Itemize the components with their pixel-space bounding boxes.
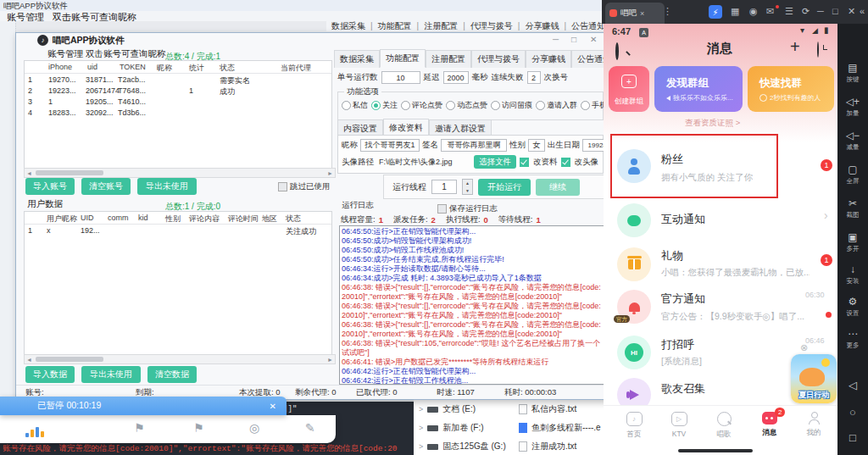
col-header-status[interactable]: 状态 [220, 63, 235, 74]
minimize-icon[interactable]: ─ [817, 6, 824, 16]
quick-find-group-card[interactable]: 快速找群 2秒找到有趣的人 [748, 66, 834, 112]
col-header-status[interactable]: 状态 [286, 214, 301, 225]
nav-home[interactable]: ♪ 首页 [619, 412, 649, 440]
radio-invite-group[interactable] [536, 101, 545, 110]
sidebar-item-fullscreen[interactable]: ▢ 全屏 [837, 164, 868, 186]
message-item-official[interactable]: 官方 官方通知 官方公告：【9.9秒变歌手◎】唱了... 06:30 [604, 286, 837, 330]
scroll-thumb[interactable] [36, 170, 103, 175]
radio-visit-trace[interactable] [491, 101, 500, 110]
clear-data-button[interactable]: 清空数据 [147, 366, 197, 383]
accounts-table[interactable]: iPhone uid TOKEN 昵称 统计 状态 当前代理 1 19270..… [24, 60, 332, 169]
accounts-hscrollbar[interactable]: ◄ ► [24, 168, 336, 178]
run-count-input[interactable]: 10 [381, 71, 420, 84]
users-table[interactable]: 用户昵称 UID comm kid 性别 评论内容 评论时间 地区 状态 1 x… [24, 211, 332, 355]
drive-label[interactable]: 新加卷 (F:) [442, 422, 483, 434]
radio-post-like[interactable] [446, 101, 455, 110]
bg-tab-proxy[interactable]: 代理与拨号 [465, 20, 518, 31]
radio-label[interactable]: 私信 [353, 100, 368, 111]
skip-used-checkbox[interactable]: 跳过已使用 [278, 181, 331, 192]
sidebar-item-settings[interactable]: ⚙ 设置 [837, 297, 868, 318]
table-row[interactable]: 3 1 19205... T4610... [25, 97, 331, 108]
col-header-uid[interactable]: uid [87, 63, 97, 71]
activity-sticker[interactable]: 夏日行动 [791, 354, 837, 403]
radio-comment-like[interactable] [401, 101, 410, 110]
drive-row[interactable]: > 文档 (E:) [419, 403, 476, 415]
boost-icon[interactable]: ⚡ [709, 5, 722, 19]
scroll-right-icon[interactable]: ► [327, 170, 333, 176]
create-group-card[interactable]: 创建群组 [609, 66, 649, 112]
sidebar-item-multi-instance[interactable]: ▣ 多开 [837, 232, 868, 253]
radio-label[interactable]: 动态点赞 [457, 100, 487, 111]
nav-ktv[interactable]: ▷ KTV [664, 412, 694, 438]
chart-tool-icon[interactable] [25, 422, 46, 437]
android-back-button[interactable]: ◁ [837, 380, 868, 391]
fail-input[interactable]: 2 [527, 71, 541, 84]
sidebar-collapse-icon[interactable]: « [860, 6, 865, 16]
stepper-up-icon[interactable]: ▲ [465, 180, 470, 186]
android-home-button[interactable]: ○ [837, 407, 868, 418]
sticker-close-icon[interactable]: ⊗ [800, 342, 808, 353]
scroll-left-icon[interactable]: ◄ [26, 170, 32, 176]
file-label[interactable]: 私信内容.txt [531, 403, 576, 415]
nav-profile[interactable]: 我的 [798, 412, 829, 438]
recorder-close-button[interactable]: ✕ [270, 402, 276, 411]
chevron-right-icon[interactable]: > [419, 442, 423, 451]
save-log-checkbox[interactable]: 保存运行日志 [437, 203, 498, 214]
mail-icon[interactable]: ✉ [766, 6, 774, 17]
apps-grid-icon[interactable]: ▦ [731, 6, 739, 17]
search-icon[interactable] [615, 42, 619, 60]
window-maximize-button[interactable]: □ [571, 35, 576, 44]
sidebar-item-volume-up[interactable]: ◁+ 加量 [837, 97, 868, 118]
chevron-right-icon[interactable]: > [419, 424, 423, 432]
nick-input[interactable]: 找个哥哥男友1 [360, 139, 420, 152]
radio-label[interactable]: 邀请入群 [547, 100, 577, 111]
zoom-tool-icon[interactable]: ◎ [249, 421, 259, 435]
col-header-time[interactable]: 评论时间 [228, 214, 259, 225]
start-run-button[interactable]: 开始运行 [478, 179, 531, 196]
edit-avatar-checkbox[interactable] [561, 158, 570, 167]
sign-input[interactable]: 哥哥你再那里啊 [441, 139, 507, 152]
col-header-proxy[interactable]: 当前代理 [281, 63, 311, 74]
drive-label[interactable]: 固态125G盘 (G:) [442, 441, 505, 452]
col-header-uid[interactable]: UID [81, 214, 94, 222]
users-hscrollbar[interactable]: ◄ ► [24, 354, 336, 364]
export-unused-accounts-button[interactable]: 导出未使用 [137, 178, 197, 195]
tab-data-collect[interactable]: 数据采集 [334, 50, 380, 68]
edit-profile-checkbox[interactable] [520, 158, 529, 167]
drive-row[interactable]: > 固态125G盘 (G:) [419, 441, 506, 452]
import-accounts-button[interactable]: 导入账号 [25, 178, 75, 195]
add-icon[interactable]: + [790, 37, 800, 57]
sidebar-item-more[interactable]: ⋯ 更多 [837, 329, 868, 350]
scroll-right-icon[interactable]: ► [327, 357, 333, 363]
col-header-kid[interactable]: kid [138, 214, 148, 222]
continue-button[interactable]: 继续 [536, 179, 580, 196]
emulator-tab[interactable]: 唱吧 × [605, 3, 665, 24]
account-icon[interactable]: ◉ [749, 6, 758, 17]
tab-close-icon[interactable]: × [640, 9, 644, 18]
col-header-nick[interactable]: 用户昵称 [47, 214, 77, 225]
android-recents-button[interactable]: □ [837, 432, 868, 443]
sidebar-item-volume-down[interactable]: ◁− 减量 [837, 130, 868, 152]
tab-share-earn[interactable]: 分享赚钱 [526, 50, 571, 68]
scroll-left-icon[interactable]: ◄ [26, 357, 32, 363]
window-close-button[interactable]: ✕ [590, 35, 597, 44]
thread-count-stepper[interactable]: ▲ ▼ [462, 179, 473, 195]
radio-label[interactable]: 关注 [382, 100, 398, 111]
col-header-nick[interactable]: 昵称 [157, 63, 172, 74]
menu-icon[interactable]: ☰ [785, 6, 793, 17]
radio-phone-lookup[interactable] [581, 101, 590, 110]
col-header-token[interactable]: TOKEN [120, 63, 146, 71]
history-icon[interactable] [817, 42, 819, 58]
recorder-status-bar[interactable]: 已暂停 00:10:19 ✕ [0, 397, 287, 415]
message-item-interact[interactable]: 互动通知 › [604, 200, 837, 241]
ma​ximize-icon[interactable]: □ [832, 6, 838, 16]
bg-tab-register[interactable]: 注册配置 [419, 20, 463, 31]
tab-function-config[interactable]: 功能配置 [380, 49, 426, 68]
scroll-thumb[interactable] [36, 357, 103, 362]
close-icon[interactable]: ✕ [848, 6, 855, 17]
table-row[interactable]: 2 19223... 20671474 T7648... 1 成功 [25, 86, 331, 97]
cert-link[interactable]: 查看资质证照 > [685, 118, 740, 129]
pencil-tool-icon[interactable]: ✎ [305, 421, 315, 435]
run-log[interactable]: 06:45:50:运行>正在销毁智能代理架构...06:45:50:成功>销毁智… [339, 225, 605, 385]
message-item-gift[interactable]: 礼物 小唱：您获得了最强麦霸礼物，已放... 1 [604, 244, 837, 286]
